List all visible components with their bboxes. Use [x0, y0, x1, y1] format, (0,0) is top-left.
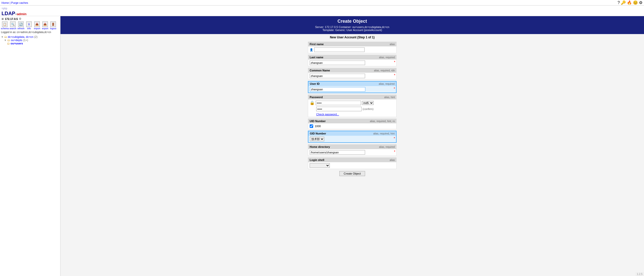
logout-button[interactable]: 🚪 logout: [49, 21, 57, 30]
server-line: Server: 172.17.0.5 Container: ou=users,d…: [315, 25, 389, 29]
first-name-label: First name: [310, 43, 324, 46]
version-label: 1.2.5: [635, 272, 644, 276]
gid-required: *: [394, 136, 395, 140]
first-name-input[interactable]: [314, 47, 365, 52]
last-name-required: *: [394, 60, 395, 64]
expand-icon: ▼: [1, 36, 4, 38]
tree-root-label: dc=cubigdata, dc=cn: [8, 35, 34, 38]
home-directory-meta: alias, required: [379, 146, 395, 148]
tree-ou-users[interactable]: 🗂 ou=users: [7, 42, 59, 45]
server-info-icon[interactable]: ⊙: [19, 17, 21, 20]
uid-number-meta: alias, required, hint, ro: [370, 120, 395, 123]
info-button[interactable]: ℹ info: [25, 21, 33, 30]
settings-icon[interactable]: ⚙: [639, 0, 642, 5]
password-section: Password alias, hint 🔒 md5 sha ssha cryp…: [308, 95, 397, 117]
last-name-section: Last name alias, required *: [308, 55, 397, 66]
last-name-input[interactable]: [310, 61, 365, 65]
export-button[interactable]: 📤 export: [41, 21, 49, 30]
help-icon[interactable]: ?: [618, 1, 620, 5]
content-area: Create Object Server: 172.17.0.5 Contain…: [60, 16, 644, 276]
gid-number-section: GID Number alias, required, hint 技术部 *: [308, 131, 397, 143]
last-name-meta: alias, required: [379, 56, 395, 59]
tree-root-count: (2): [34, 35, 37, 38]
app-logo: =php LDAP=admin: [2, 5, 26, 16]
first-name-icon: 👤: [310, 48, 313, 51]
login-shell-select[interactable]: /bin/bash /bin/sh /sbin/nologin: [310, 163, 330, 168]
confirm-label: (confirm): [363, 107, 373, 111]
home-directory-label: Home directory: [310, 145, 330, 148]
user-id-label: User ID: [310, 82, 320, 85]
check-password-link[interactable]: Check password...: [316, 113, 339, 116]
logout-icon: 🚪: [50, 21, 56, 27]
first-name-section: First name alias 👤: [308, 42, 397, 53]
password-meta: alias, hint: [384, 96, 395, 99]
folder-icon: 🗂: [4, 35, 7, 38]
step-title: New User Account (Step 1 of 1): [60, 34, 644, 41]
login-shell-label: Login shell: [310, 158, 324, 161]
refresh-icon: 🔄: [18, 21, 24, 27]
common-name-required: *: [394, 73, 395, 77]
key-icon: 🔑: [621, 0, 626, 5]
user-id-section: User ID alias, required *: [308, 81, 397, 93]
common-name-section: Common Name alias, required, rdn *: [308, 68, 397, 79]
last-name-label: Last name: [310, 56, 323, 59]
logged-in-label: Logged in as: cn=admin,dc=cubigdata,dc=c…: [1, 31, 59, 34]
import-icon: 📥: [34, 21, 40, 27]
user-id-required: *: [394, 87, 395, 91]
user-id-input[interactable]: [310, 87, 365, 92]
tree-ou-depts[interactable]: ▼ 🗂 ou=depts (1+): [4, 39, 59, 42]
gid-number-label: GID Number: [310, 132, 326, 135]
schema-button[interactable]: 📋 schema: [1, 21, 9, 30]
common-name-input[interactable]: [310, 74, 365, 78]
uid-value: 1000: [315, 125, 321, 128]
folder-icon-2: 🗂: [7, 39, 10, 42]
password-confirm-input[interactable]: [316, 107, 362, 111]
tree-users-label: ou=users: [11, 42, 23, 45]
server-address[interactable]: 172.17.0.5: [5, 17, 18, 20]
tree: ▼ 🗂 dc=cubigdata, dc=cn (2) ▼ 🗂 ou=depts…: [1, 35, 59, 46]
home-directory-required: *: [394, 150, 395, 154]
gid-select[interactable]: 技术部: [310, 137, 324, 141]
common-name-label: Common Name: [310, 69, 330, 72]
user-id-meta: alias, required: [379, 82, 395, 85]
hash-select[interactable]: md5 sha ssha crypt clear: [362, 101, 374, 105]
schema-icon: 📋: [2, 21, 8, 27]
folder-icon-3: 🗂: [7, 42, 10, 45]
content-header: Create Object Server: 172.17.0.5 Contain…: [60, 16, 644, 34]
login-shell-section: Login shell alias /bin/bash /bin/sh /sbi…: [308, 157, 397, 169]
uid-number-label: UID Number: [310, 120, 326, 123]
uid-checkbox[interactable]: [310, 124, 313, 128]
search-icon: 🔍: [10, 21, 16, 27]
server-icon: 🖥: [1, 17, 4, 20]
home-directory-input[interactable]: [310, 150, 365, 155]
common-name-meta: alias, required, rdn: [374, 69, 395, 72]
face-icon: 😊: [633, 0, 638, 5]
uid-number-section: UID Number alias, required, hint, ro 100…: [308, 119, 397, 129]
fire-icon: 🔥: [627, 0, 632, 5]
password-input[interactable]: [316, 101, 361, 105]
expand-icon-2: ▼: [4, 39, 7, 42]
first-name-meta: alias: [390, 43, 395, 46]
toolbar: 📋 schema 🔍 search 🔄 refresh ℹ info 📥 imp…: [1, 21, 59, 30]
password-label: Password: [310, 96, 323, 99]
home-directory-section: Home directory alias, required *: [308, 144, 397, 156]
template-line: Template: Generic: User Account (posixAc…: [323, 29, 382, 32]
tree-depts-label: ou=depts: [11, 39, 22, 42]
export-icon: 📤: [42, 21, 48, 27]
gid-number-meta: alias, required, hint: [373, 132, 395, 135]
purge-link[interactable]: Purge caches: [11, 1, 28, 4]
home-link[interactable]: Home: [2, 1, 9, 4]
tree-depts-count: (1+): [23, 39, 28, 42]
tree-root[interactable]: ▼ 🗂 dc=cubigdata, dc=cn (2): [1, 35, 59, 38]
lock-icon: 🔒: [310, 100, 315, 105]
sidebar: 🖥 172.17.0.5 ⊙ 📋 schema 🔍 search 🔄 refre…: [0, 16, 60, 276]
import-button[interactable]: 📥 import: [33, 21, 41, 30]
refresh-button[interactable]: 🔄 refresh: [17, 21, 25, 30]
search-button[interactable]: 🔍 search: [9, 21, 17, 30]
login-shell-meta: alias: [390, 159, 395, 161]
page-title: Create Object: [63, 19, 641, 24]
form-container: First name alias 👤 Last name alias, requ…: [307, 41, 398, 179]
create-object-button[interactable]: Create Object: [339, 171, 365, 176]
info-icon: ℹ: [26, 21, 32, 27]
